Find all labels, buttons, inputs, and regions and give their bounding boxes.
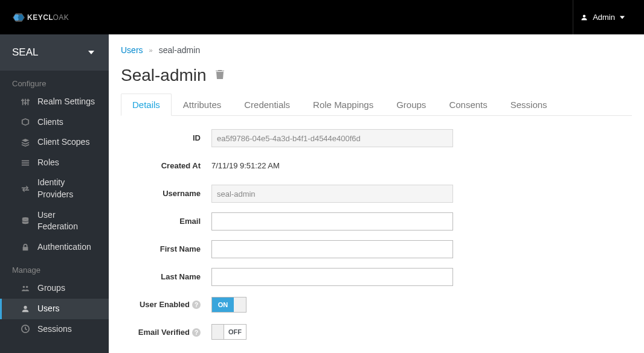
- admin-label: Admin: [593, 13, 615, 22]
- admin-dropdown[interactable]: Admin: [573, 0, 632, 34]
- svg-text:OAK: OAK: [53, 13, 69, 22]
- chevron-down-icon: [620, 15, 625, 20]
- user-icon: [581, 14, 588, 21]
- keycloak-logo-svg: KEYCL OAK: [12, 5, 103, 30]
- topbar: KEYCL OAK Admin: [0, 0, 644, 34]
- svg-text:KEYCL: KEYCL: [27, 13, 53, 22]
- keycloak-logo[interactable]: KEYCL OAK: [12, 5, 103, 30]
